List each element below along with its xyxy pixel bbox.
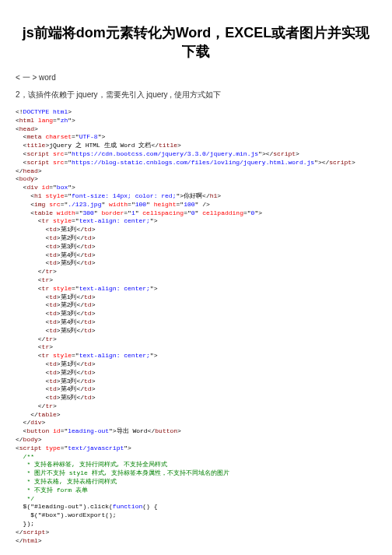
section-one-label: < 一 > word bbox=[16, 72, 376, 83]
code-block: <!DOCTYPE html> <html lang="zh"> <head> … bbox=[16, 108, 376, 545]
usage-desc: 2，该插件依赖于 jquery，需要先引入 jquery , 使用方式如下 bbox=[16, 90, 376, 100]
page-title: js前端将dom元素转化为Word，EXCEL或者图片并实现下载 bbox=[16, 23, 376, 61]
